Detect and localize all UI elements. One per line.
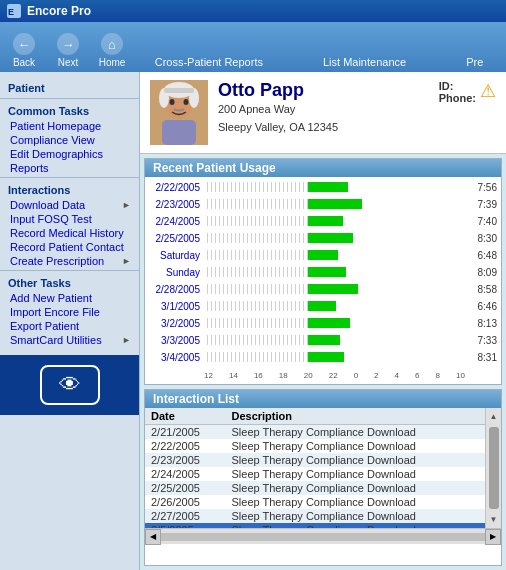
cross-patient-reports-link[interactable]: Cross-Patient Reports [155, 56, 263, 68]
sidebar-item-add-patient[interactable]: Add New Patient [0, 291, 139, 305]
scroll-thumb[interactable] [489, 427, 499, 509]
axis-label: 16 [254, 371, 263, 380]
table-row[interactable]: 2/24/2005Sleep Therapy Compliance Downlo… [145, 467, 485, 481]
sidebar-item-reports[interactable]: Reports [0, 161, 139, 175]
sidebar-item-create-prescription[interactable]: Create Prescription ► [0, 254, 139, 268]
patient-info: Otto Papp 200 Apnea Way Sleepy Valley, O… [218, 80, 439, 136]
home-icon: ⌂ [101, 33, 123, 55]
patient-avatar [150, 80, 208, 145]
axis-label: 20 [304, 371, 313, 380]
chart-time-label: 7:39 [465, 199, 497, 210]
chart-bar-negative [204, 233, 308, 243]
app-title: Encore Pro [27, 4, 91, 18]
table-cell-date: 2/21/2005 [145, 425, 225, 440]
interaction-tbody: 2/21/2005Sleep Therapy Compliance Downlo… [145, 425, 485, 529]
next-button[interactable]: → Next [52, 33, 84, 72]
interaction-scroll-area[interactable]: Date Description 2/21/2005Sleep Therapy … [145, 408, 485, 528]
patient-name: Otto Papp [218, 80, 439, 101]
scroll-down-arrow[interactable]: ▼ [488, 513, 500, 526]
svg-point-9 [184, 99, 189, 105]
other-tasks-section-title: Other Tasks [0, 270, 139, 291]
sidebar-item-compliance-view[interactable]: Compliance View [0, 133, 139, 147]
list-maintenance-link[interactable]: List Maintenance [323, 56, 406, 68]
chart-date-label: 3/1/2005 [149, 301, 204, 312]
chart-bar-positive [308, 318, 350, 328]
pre-link[interactable]: Pre [466, 56, 483, 68]
chart-date-label: Saturday [149, 250, 204, 261]
back-icon: ← [13, 33, 35, 55]
chart-bar-area [204, 250, 465, 260]
sidebar-item-input-fosq[interactable]: Input FOSQ Test [0, 212, 139, 226]
chart-time-label: 7:56 [465, 182, 497, 193]
chart-bar-negative [204, 216, 308, 226]
table-cell-desc: Sleep Therapy Compliance Download [225, 495, 485, 509]
chart-axis-row: 1214161820220246810 [149, 368, 497, 382]
chart-bar-area [204, 352, 465, 362]
sidebar-item-smartcard[interactable]: SmartCard Utilities ► [0, 333, 139, 347]
encore-eye-logo: 👁 [40, 365, 100, 405]
sidebar-item-record-medical[interactable]: Record Medical History [0, 226, 139, 240]
chart-row: 3/3/20057:33 [149, 332, 497, 348]
chart-bar-negative [204, 352, 308, 362]
chart-row: 2/28/20058:58 [149, 281, 497, 297]
titlebar: E Encore Pro [0, 0, 506, 22]
table-row[interactable]: 2/23/2005Sleep Therapy Compliance Downlo… [145, 453, 485, 467]
svg-rect-7 [162, 120, 196, 145]
scroll-up-arrow[interactable]: ▲ [488, 410, 500, 423]
chart-bar-area [204, 318, 465, 328]
sidebar-item-record-contact[interactable]: Record Patient Contact [0, 240, 139, 254]
svg-text:E: E [8, 7, 14, 17]
chart-bar-positive [308, 352, 344, 362]
home-button[interactable]: ⌂ Home [96, 33, 128, 72]
chart-bar-positive [308, 250, 338, 260]
common-tasks-section-title: Common Tasks [0, 98, 139, 119]
table-cell-date: 2/23/2005 [145, 453, 225, 467]
table-cell-date: 2/24/2005 [145, 467, 225, 481]
chart-bar-positive [308, 301, 336, 311]
chart-time-label: 6:48 [465, 250, 497, 261]
axis-label: 22 [329, 371, 338, 380]
chart-section: Recent Patient Usage 2/22/20057:562/23/2… [144, 158, 502, 385]
patient-ids: ID: Phone: [439, 80, 476, 104]
col-date: Date [145, 408, 225, 425]
sidebar-item-edit-demographics[interactable]: Edit Demographics [0, 147, 139, 161]
hscroll-track [161, 533, 485, 541]
patient-photo [150, 80, 208, 145]
table-row[interactable]: 2/27/2005Sleep Therapy Compliance Downlo… [145, 509, 485, 523]
chart-date-label: 3/2/2005 [149, 318, 204, 329]
chart-date-label: 2/28/2005 [149, 284, 204, 295]
chart-bar-negative [204, 250, 308, 260]
chart-bar-area [204, 267, 465, 277]
hscroll-right-arrow[interactable]: ▶ [485, 529, 501, 545]
chart-bar-area [204, 182, 465, 192]
horizontal-scrollbar[interactable]: ◀ ▶ [145, 528, 501, 544]
axis-label: 4 [395, 371, 399, 380]
next-icon: → [57, 33, 79, 55]
table-row[interactable]: 2/26/2005Sleep Therapy Compliance Downlo… [145, 495, 485, 509]
chart-time-label: 8:13 [465, 318, 497, 329]
create-prescription-arrow: ► [122, 256, 131, 266]
chart-bar-negative [204, 182, 308, 192]
chart-bar-area [204, 284, 465, 294]
nav-report-items: Cross-Patient Reports List Maintenance P… [140, 56, 498, 72]
hscroll-left-arrow[interactable]: ◀ [145, 529, 161, 545]
chart-time-label: 8:58 [465, 284, 497, 295]
table-row[interactable]: 2/22/2005Sleep Therapy Compliance Downlo… [145, 439, 485, 453]
table-row[interactable]: 2/21/2005Sleep Therapy Compliance Downlo… [145, 425, 485, 440]
sidebar-item-patient-homepage[interactable]: Patient Homepage [0, 119, 139, 133]
patient-header: Otto Papp 200 Apnea Way Sleepy Valley, O… [140, 72, 506, 154]
interaction-table: Date Description 2/21/2005Sleep Therapy … [145, 408, 485, 528]
chart-bar-negative [204, 284, 308, 294]
chart-time-label: 7:33 [465, 335, 497, 346]
chart-row: 2/24/20057:40 [149, 213, 497, 229]
axis-label: 10 [456, 371, 465, 380]
sidebar-item-download-data[interactable]: Download Data ► [0, 198, 139, 212]
chart-time-label: 8:30 [465, 233, 497, 244]
chart-bar-negative [204, 335, 308, 345]
axis-label: 8 [436, 371, 440, 380]
interaction-scrollbar[interactable]: ▲ ▼ [485, 408, 501, 528]
table-row[interactable]: 2/25/2005Sleep Therapy Compliance Downlo… [145, 481, 485, 495]
sidebar-item-import-encore[interactable]: Import Encore File [0, 305, 139, 319]
back-button[interactable]: ← Back [8, 33, 40, 72]
sidebar-item-export-patient[interactable]: Export Patient [0, 319, 139, 333]
